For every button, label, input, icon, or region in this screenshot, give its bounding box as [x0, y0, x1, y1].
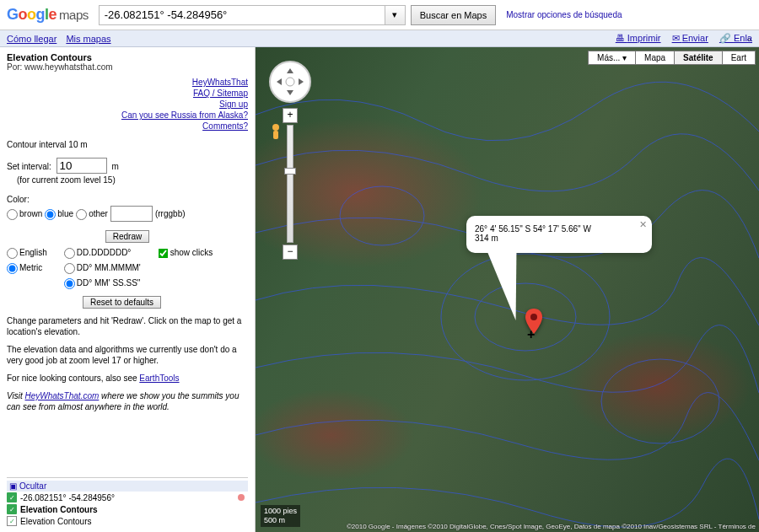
layers-panel: ▣ Ocultar ✓ -26.082151° -54.284956° ✓ El… [7, 477, 248, 527]
color-hex-input[interactable] [110, 206, 153, 222]
map-canvas[interactable]: Más... ▾ Mapa Satélite Eart + − ✕ [256, 47, 759, 532]
map-type-earth-button[interactable]: Eart [722, 51, 756, 65]
checkbox-checked-icon[interactable]: ✓ [7, 504, 17, 514]
promo-links: HeyWhatsThat FAQ / Sitemap Sign up Can y… [7, 77, 248, 132]
search-button[interactable]: Buscar en Maps [411, 5, 496, 25]
zoom-out-button[interactable]: − [283, 245, 298, 260]
help-text-4: Visit HeyWhatsThat.com where we show you… [7, 390, 248, 412]
search-input[interactable] [99, 5, 385, 25]
promo-link[interactable]: Can you see Russia from Alaska? [7, 110, 248, 121]
color-other-radio[interactable]: other [76, 207, 108, 220]
link-link[interactable]: 🔗 Enla [719, 33, 752, 43]
promo-link[interactable]: HeyWhatsThat [7, 77, 248, 88]
show-clicks-checkbox[interactable]: show clicks [158, 246, 213, 259]
header-bar: Googlemaps ▾ Buscar en Maps Mostrar opci… [0, 0, 759, 30]
earthtools-link[interactable]: EarthTools [139, 373, 179, 383]
svg-marker-7 [299, 78, 304, 85]
promo-link[interactable]: Comments? [7, 121, 248, 132]
help-text-1: Change parameters and hit 'Redraw'. Clic… [7, 315, 248, 337]
send-link[interactable]: ✉ Enviar [672, 33, 708, 43]
redraw-button[interactable]: Redraw [105, 230, 149, 243]
svg-marker-6 [277, 78, 282, 85]
bubble-coords: 26° 4' 56.15" S 54° 17' 5.66" W [475, 224, 643, 234]
layer-row[interactable]: ✓ -26.082151° -54.284956° [7, 492, 248, 503]
color-brown-radio[interactable]: brown [7, 207, 42, 220]
zoom-in-button[interactable]: + [283, 108, 298, 123]
subheader-bar: Cómo llegar Mis mapas « 🖶 Imprimir ✉ Env… [0, 30, 759, 47]
map-copyright: ©2010 Google - Imágenes ©2010 DigitalGlo… [347, 523, 756, 530]
map-type-more-button[interactable]: Más... ▾ [588, 51, 636, 65]
minus-icon: ▣ [9, 481, 17, 491]
set-interval-label: Set interval: [7, 162, 51, 171]
layer-label: -26.082151° -54.284956° [20, 493, 115, 502]
checkbox-checked-icon[interactable]: ✓ [7, 516, 17, 526]
zoom-level-note: (for current zoom level 15) [7, 174, 248, 186]
zoom-slider-thumb[interactable] [284, 168, 296, 175]
search-dropdown-icon[interactable]: ▾ [385, 5, 406, 25]
svg-marker-4 [287, 68, 293, 73]
color-blue-radio[interactable]: blue [45, 207, 73, 220]
my-maps-link[interactable]: Mis mapas [66, 34, 110, 44]
help-text-3: For nice looking contours, also see Eart… [7, 373, 248, 384]
pan-control[interactable] [269, 61, 311, 103]
lang-metric-radio[interactable]: Metric [7, 261, 47, 274]
svg-point-8 [286, 78, 294, 86]
google-maps-logo: Googlemaps [7, 6, 89, 24]
bubble-elevation: 314 m [475, 234, 643, 243]
crosshair-icon: + [527, 327, 535, 342]
print-link[interactable]: 🖶 Imprimir [616, 33, 661, 43]
promo-link[interactable]: FAQ / Sitemap [7, 88, 248, 99]
reset-defaults-button[interactable]: Reset to defaults [83, 296, 161, 309]
zoom-control: + − [284, 108, 296, 260]
scale-meters: 500 m [264, 516, 297, 525]
overlay-title: Elevation Contours [7, 52, 248, 62]
contour-interval-display: Contour interval 10 m [7, 138, 248, 151]
promo-link[interactable]: Sign up [7, 99, 248, 110]
rgb-hint: (rrggbb) [155, 207, 186, 220]
checkbox-checked-icon[interactable]: ✓ [7, 492, 17, 502]
map-type-bar: Más... ▾ Mapa Satélite Eart [589, 51, 756, 65]
color-label: Color: [7, 193, 248, 206]
svg-rect-10 [273, 131, 278, 139]
fmt-dms-radio[interactable]: DD° MM' SS.SS" [64, 277, 141, 289]
pegman-icon[interactable] [267, 123, 284, 143]
status-dot-icon [238, 494, 245, 501]
overlay-author: Por: www.heywhatsthat.com [7, 62, 248, 72]
lang-english-radio[interactable]: English [7, 246, 47, 259]
layer-label: Elevation Contours [20, 517, 92, 526]
close-icon[interactable]: ✕ [639, 219, 647, 230]
svg-marker-5 [287, 90, 293, 95]
interval-input[interactable] [57, 158, 107, 174]
hide-panel-toggle[interactable]: ▣ Ocultar [7, 481, 248, 492]
svg-point-11 [530, 314, 537, 320]
scale-feet: 1000 pies [264, 507, 297, 516]
svg-point-9 [272, 124, 279, 131]
layer-row[interactable]: ✓ Elevation Contours [7, 503, 248, 515]
sidebar: Elevation Contours Por: www.heywhatsthat… [0, 47, 256, 532]
pan-arrows-icon [273, 65, 307, 99]
directions-link[interactable]: Cómo llegar [7, 34, 57, 44]
heywhatsthat-link[interactable]: HeyWhatsThat.com [25, 391, 100, 400]
scale-bar: 1000 pies 500 m [261, 505, 300, 527]
zoom-slider-track[interactable] [287, 125, 293, 243]
layer-row[interactable]: ✓ Elevation Contours [7, 515, 248, 527]
search-options-link[interactable]: Mostrar opciones de búsqueda [506, 10, 622, 19]
map-type-map-button[interactable]: Mapa [635, 51, 675, 65]
help-text-2: The elevation data and algorithms we cur… [7, 344, 248, 366]
map-type-satellite-button[interactable]: Satélite [674, 51, 723, 65]
layer-label: Elevation Contours [20, 505, 98, 514]
fmt-dm-radio[interactable]: DD° MM.MMMM' [64, 261, 141, 274]
interval-unit: m [111, 162, 118, 171]
fmt-dd-radio[interactable]: DD.DDDDDD° [64, 246, 141, 259]
info-bubble: ✕ 26° 4' 56.15" S 54° 17' 5.66" W 314 m [466, 216, 652, 253]
